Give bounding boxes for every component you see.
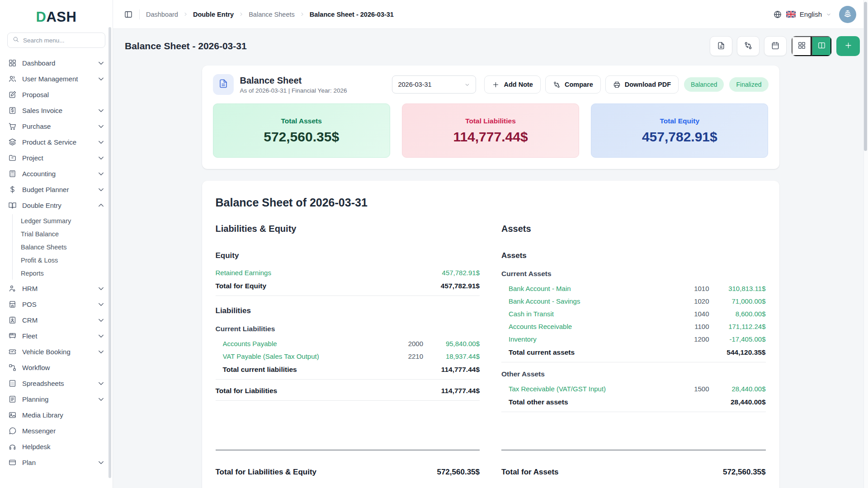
breadcrumb-item-balance-sheets[interactable]: Balance Sheets [249,11,295,18]
report-title: Balance Sheet [240,75,347,86]
chevron-down-icon [97,316,105,324]
globe-icon[interactable] [773,10,782,19]
sidebar-item-messenger[interactable]: Messenger [0,423,113,439]
plan-icon [8,458,17,467]
git-compare-button[interactable] [737,36,760,56]
logo-rest: ASH [46,9,76,25]
sidebar-item-proposal[interactable]: Proposal [0,87,113,103]
sidebar-subitem-ledger-summary[interactable]: Ledger Summary [13,214,113,227]
account-row: Retained Earnings457,782.91$ [216,266,480,279]
sidebar-item-project[interactable]: Project [0,150,113,166]
sidebar-subitem-balance-sheets[interactable]: Balance Sheets [13,240,113,253]
account-link-vat-payable-sales-tax-output[interactable]: VAT Payable (Sales Tax Output) [223,352,392,360]
sidebar: DASH DashboardUser ManagementProposalSal… [0,0,113,488]
date-select[interactable]: 2026-03-31 [392,75,476,94]
sidebar-search [7,33,105,48]
breadcrumb-item-dashboard[interactable]: Dashboard [146,11,178,18]
breadcrumb-item-double-entry[interactable]: Double Entry [193,11,234,18]
account-row: Inventory1200-17,405.00$ [501,333,766,345]
total-label: Total current assets [509,348,678,357]
page-toolbar [710,36,860,56]
sidebar-item-vehicle-booking[interactable]: Vehicle Booking [0,344,113,360]
window-scrollbar-thumb[interactable] [864,2,867,151]
chevron-down-icon[interactable] [826,12,831,17]
sidebar-item-plan[interactable]: Plan [0,455,113,470]
account-link-inventory[interactable]: Inventory [509,335,678,343]
sidebar-item-label: Budget Planner [22,186,91,193]
group-header-equity: Equity [216,251,480,260]
fleet-icon [8,332,17,340]
chevron-down-icon [97,332,105,340]
sidebar-item-label: POS [22,300,91,308]
account-link-bank-account-savings[interactable]: Bank Account - Savings [509,297,678,305]
sidebar-item-sales-invoice[interactable]: Sales Invoice [0,103,113,118]
sidebar-item-label: Helpdesk [22,443,105,450]
view-columns-button[interactable] [811,36,831,56]
statement-columns: Liabilities & EquityEquityRetained Earni… [216,224,766,477]
sidebar-item-crm[interactable]: CRM [0,312,113,328]
sidebar-item-purchase[interactable]: Purchase [0,118,113,134]
summary-tile-label: Total Assets [281,117,321,125]
sidebar-item-workflow[interactable]: Workflow [0,360,113,375]
account-link-cash-in-transit[interactable]: Cash in Transit [509,310,678,318]
breadcrumb-item-balance-sheet-2026-03-31[interactable]: Balance Sheet - 2026-03-31 [310,11,394,18]
grand-total-row-total-for-assets: Total for Assets572,560.35$ [501,450,766,477]
sidebar-subitem-trial-balance[interactable]: Trial Balance [13,227,113,240]
sidebar-item-planning[interactable]: Planning [0,391,113,407]
sidebar-item-budget-planner[interactable]: Budget Planner [0,182,113,197]
spacer [501,416,766,450]
grand-total-label: Total for Liabilities & Equity [216,468,437,477]
sidebar-item-pos[interactable]: POS [0,296,113,312]
group-header-liabilities: Liabilities [216,306,480,315]
sidebar-item-user-management[interactable]: User Management [0,71,113,87]
sidebar-subitem-reports[interactable]: Reports [13,267,113,280]
statement-column-header: Liabilities & Equity [216,224,480,234]
sidebar-toggle-icon[interactable] [124,10,133,19]
sidebar-item-spreadsheets[interactable]: Spreadsheets [0,375,113,391]
sidebar-item-dashboard[interactable]: Dashboard [0,55,113,71]
helpdesk-icon [8,442,17,451]
view-toggle [791,36,832,56]
cards-column: Balance Sheet As of 2026-03-31 | Financi… [202,66,779,488]
accounting-icon [8,169,17,178]
chevron-right-icon [183,12,188,17]
view-grid-button[interactable] [792,36,811,56]
sidebar-item-helpdesk[interactable]: Helpdesk [0,439,113,455]
add-note-button[interactable]: Add Note [484,75,540,94]
account-link-tax-receivable-vat-gst-input[interactable]: Tax Receivable (VAT/GST Input) [509,385,678,393]
summary-tiles: Total Assets572,560.35$Total Liabilities… [213,103,769,158]
sidebar-item-accounting[interactable]: Accounting [0,166,113,182]
report-titles: Balance Sheet As of 2026-03-31 | Financi… [240,75,347,94]
sidebar-item-hrm[interactable]: HRM [0,281,113,296]
search-input[interactable] [23,37,103,44]
grid-icon [797,41,806,51]
app-window: DASH DashboardUser ManagementProposalSal… [0,0,868,488]
account-value: 171,112.24$ [709,323,766,330]
sidebar-item-fleet[interactable]: Fleet [0,328,113,344]
sidebar-item-double-entry[interactable]: Double Entry [0,197,113,213]
language-selector[interactable]: English [800,10,822,18]
sidebar-item-media-library[interactable]: Media Library [0,407,113,423]
compare-button[interactable]: Compare [545,75,601,94]
file-text-button[interactable] [710,36,732,56]
account-link-accounts-payable[interactable]: Accounts Payable [223,340,392,347]
chevron-down-icon [97,75,105,83]
total-value: 457,782.91$ [392,282,480,290]
download-pdf-button[interactable]: Download PDF [605,75,679,94]
sidebar-item-product-service[interactable]: Product & Service [0,134,113,150]
total-label: Total current liabilities [223,366,392,374]
account-link-accounts-receivable[interactable]: Accounts Receivable [509,323,678,330]
sidebar-subitem-profit-loss[interactable]: Profit & Loss [13,253,113,267]
sidebar-menu: DashboardUser ManagementProposalSales In… [0,55,113,470]
account-link-bank-account-main[interactable]: Bank Account - Main [509,285,678,292]
account-link-retained-earnings[interactable]: Retained Earnings [216,269,392,277]
add-button[interactable] [836,36,860,56]
chevron-down-icon [97,284,105,293]
sidebar-scrollbar[interactable] [108,27,111,478]
button-label: Add Note [504,81,533,88]
summary-tile-value: 114,777.44$ [453,129,528,145]
summary-tile-total-liabilities: Total Liabilities114,777.44$ [402,103,579,158]
calendar-button[interactable] [764,36,787,56]
avatar[interactable] [839,6,856,23]
status-badge-balanced: Balanced [684,77,724,92]
